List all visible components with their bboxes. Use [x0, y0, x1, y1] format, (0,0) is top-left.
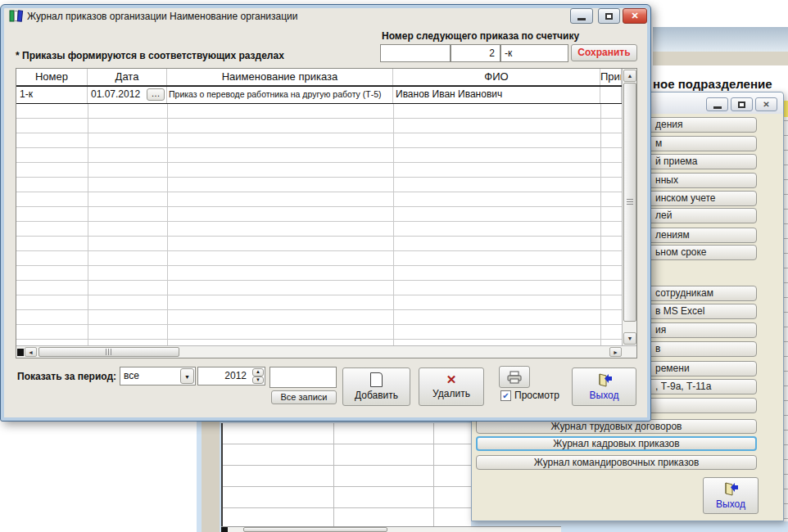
- menu-button-label: ьном сроке: [655, 246, 707, 258]
- period-extra-field[interactable]: [269, 367, 337, 388]
- journal-books-icon: [9, 10, 24, 22]
- backdrop-hscroll-thumb[interactable]: [243, 527, 387, 532]
- minimize-button[interactable]: [570, 8, 593, 24]
- add-button-label: Добавить: [355, 390, 398, 401]
- scroll-up-button[interactable]: ▲: [623, 70, 636, 82]
- menu-button-label: дения: [655, 119, 683, 130]
- orders-note-label: * Приказы формируются в соответствующих …: [16, 50, 284, 61]
- menu-button-label: лениям: [655, 229, 690, 241]
- cell-order-name[interactable]: Приказ о переводе работника на другую ра…: [167, 87, 393, 103]
- backdrop-table-grid: [221, 423, 471, 526]
- period-select[interactable]: все ▼: [120, 367, 196, 385]
- maximize-button[interactable]: [731, 97, 753, 111]
- printer-icon: [506, 371, 523, 384]
- scroll-right-button[interactable]: ►: [609, 347, 622, 357]
- spin-up-button[interactable]: ▲: [252, 368, 264, 376]
- backdrop-left-gutter: [202, 422, 220, 532]
- delete-button-label: Удалить: [432, 388, 470, 399]
- door-exit-icon: [596, 372, 613, 387]
- backdrop-grid-line: [433, 423, 434, 526]
- backdrop-right-sliver: [784, 92, 788, 521]
- col-header-date[interactable]: Дата: [88, 69, 167, 85]
- menu-button-label: ия: [655, 324, 666, 336]
- exit-button[interactable]: Выход: [572, 367, 636, 406]
- menu-button-label: , Т-9а, Т-11а: [655, 381, 711, 392]
- add-button[interactable]: Добавить: [342, 367, 410, 406]
- table-header-row: Номер Дата Наименование приказа ФИО Прим…: [16, 69, 622, 86]
- spinner-buttons: ▲ ▼: [252, 368, 264, 384]
- col-header-note[interactable]: Примечание: [600, 69, 622, 85]
- exit-button[interactable]: Выход: [703, 477, 759, 514]
- close-button[interactable]: ✕: [623, 8, 647, 24]
- hscroll-thumb[interactable]: [38, 347, 179, 357]
- close-button[interactable]: ✕: [755, 97, 777, 111]
- col-header-fio[interactable]: ФИО: [393, 69, 600, 85]
- document-icon: [370, 372, 383, 387]
- thumb-grip: [627, 199, 633, 205]
- menu-button-label: лей: [655, 210, 672, 221]
- window-title: Журнал приказов организации Наименование…: [27, 11, 298, 22]
- menu-button-label: в: [655, 343, 660, 354]
- dropdown-arrow-icon[interactable]: ▼: [180, 368, 194, 384]
- door-exit-icon: [722, 481, 739, 496]
- save-button[interactable]: Сохранить: [571, 44, 637, 61]
- minimize-button[interactable]: [706, 97, 728, 111]
- preview-checkbox[interactable]: ✔: [500, 390, 511, 401]
- window-titlebar[interactable]: Журнал приказов организации Наименование…: [1, 5, 650, 27]
- counter-prefix-field[interactable]: [380, 44, 451, 62]
- print-button[interactable]: [499, 366, 530, 388]
- maximize-button[interactable]: [598, 8, 620, 24]
- spin-down-button[interactable]: ▼: [252, 376, 264, 385]
- backdrop-hscrollbar[interactable]: [221, 526, 561, 532]
- cell-note[interactable]: [600, 87, 622, 103]
- counter-number-field[interactable]: 2: [451, 44, 500, 62]
- grid-line: [393, 104, 394, 345]
- preview-checkbox-label: Просмотр: [514, 390, 559, 401]
- vscroll-thumb[interactable]: [623, 83, 636, 322]
- table-empty-rows: [16, 104, 622, 345]
- menu-button-label: инском учете: [655, 192, 716, 204]
- horizontal-scrollbar[interactable]: ◄ ►: [16, 345, 636, 358]
- counter-suffix-field[interactable]: -к: [500, 44, 568, 62]
- table-row[interactable]: 1-к 01.07.2012 … Приказ о переводе работ…: [16, 86, 622, 104]
- date-picker-button[interactable]: …: [147, 88, 165, 101]
- maximize-icon: [738, 101, 745, 108]
- menu-button-label: сотрудникам: [655, 287, 713, 299]
- col-header-name[interactable]: Наименование приказа: [167, 69, 393, 85]
- backdrop-toolbar-strip: [653, 52, 788, 65]
- delete-button[interactable]: ✕ Удалить: [419, 367, 484, 406]
- cell-number[interactable]: 1-к: [16, 87, 88, 103]
- menu-button-label: ремени: [655, 363, 690, 374]
- next-order-counter-label: Номер следующего приказа по счетчику: [382, 30, 579, 42]
- cell-date[interactable]: 01.07.2012 …: [88, 87, 167, 103]
- delete-x-icon: ✕: [446, 374, 457, 385]
- thumb-grip: [106, 349, 112, 355]
- col-header-number[interactable]: Номер: [16, 69, 88, 85]
- cell-date-value: 01.07.2012: [91, 88, 140, 100]
- minimize-icon: [577, 18, 586, 20]
- year-value: 2012: [224, 370, 247, 381]
- menu-button-label: нных: [655, 174, 678, 186]
- scroll-down-button[interactable]: ▼: [623, 332, 636, 345]
- orders-journal-window: Журнал приказов организации Наименование…: [0, 4, 651, 422]
- window-content: Номер следующего приказа по счетчику 2 -…: [5, 27, 646, 417]
- maximize-icon: [605, 13, 613, 20]
- checkbox-check-icon: ✔: [502, 391, 509, 400]
- backdrop-titlebar-strip: [653, 27, 788, 52]
- period-select-value: все: [124, 370, 139, 381]
- period-label: Показать за период:: [17, 371, 116, 382]
- journal-trip-orders-button[interactable]: Журнал командировочных приказов: [476, 455, 757, 470]
- cell-fio[interactable]: Иванов Иван Иванович: [393, 87, 600, 103]
- orders-table: Номер Дата Наименование приказа ФИО Прим…: [16, 68, 637, 358]
- year-spinner[interactable]: 2012 ▲ ▼: [197, 367, 265, 385]
- scroll-left-button[interactable]: ◄: [25, 347, 37, 357]
- close-icon: ✕: [631, 11, 638, 21]
- close-icon: ✕: [763, 100, 769, 109]
- grid-splitter[interactable]: [17, 349, 24, 356]
- backdrop-grid-splitter[interactable]: [221, 527, 228, 532]
- journal-hr-orders-button[interactable]: Журнал кадровых приказов: [476, 436, 757, 451]
- all-records-button[interactable]: Все записи: [271, 390, 337, 404]
- vertical-scrollbar[interactable]: ▲ ▼: [622, 69, 636, 345]
- grid-line: [88, 104, 88, 345]
- backdrop-section-header: ное подразделение: [653, 77, 784, 91]
